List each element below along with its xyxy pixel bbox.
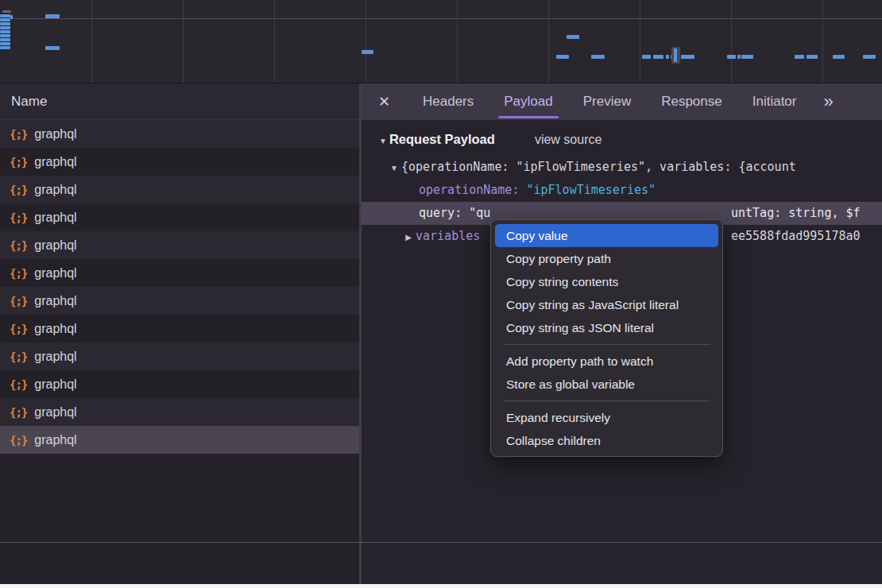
waterfall-request-bar[interactable] xyxy=(0,18,10,21)
expand-icon[interactable]: ▶ xyxy=(401,226,416,248)
column-header-name[interactable]: Name xyxy=(0,83,359,120)
requests-table: Name {;}graphql {;}graphql {;}graphql {;… xyxy=(0,83,359,584)
tab-preview[interactable]: Preview xyxy=(583,83,631,120)
menu-item-collapse-children[interactable]: Collapse children xyxy=(495,429,718,452)
tab-headers[interactable]: Headers xyxy=(423,83,474,120)
menu-item-copy-string-js-literal[interactable]: Copy string as JavaScript literal xyxy=(495,293,718,316)
tree-row-operation-name[interactable]: operationName: "ipFlowTimeseries" xyxy=(362,179,882,202)
menu-item-expand-recursively[interactable]: Expand recursively xyxy=(495,406,718,429)
menu-item-copy-property-path[interactable]: Copy property path xyxy=(495,247,718,270)
waterfall-request-bar[interactable] xyxy=(0,22,10,25)
overview-gridline-vertical xyxy=(366,0,366,83)
waterfall-request-bar[interactable] xyxy=(727,55,736,59)
menu-item-copy-string-contents[interactable]: Copy string contents xyxy=(495,270,718,293)
tab-response[interactable]: Response xyxy=(661,83,722,120)
request-name: graphql xyxy=(34,266,76,280)
json-fetch-icon: {;} xyxy=(10,239,27,252)
json-fetch-icon: {;} xyxy=(10,295,27,308)
waterfall-request-bar[interactable] xyxy=(863,55,876,59)
waterfall-request-bar[interactable] xyxy=(0,30,10,33)
overview-gridline-vertical xyxy=(274,0,275,83)
waterfall-request-bar[interactable] xyxy=(591,55,605,59)
waterfall-request-bar[interactable] xyxy=(833,55,845,59)
json-fetch-icon: {;} xyxy=(10,323,27,335)
waterfall-request-bar[interactable] xyxy=(807,55,818,59)
request-row[interactable]: {;}graphql xyxy=(0,370,359,398)
section-collapse-icon[interactable]: ▼ xyxy=(379,137,387,145)
request-name: graphql xyxy=(34,405,76,420)
overview-gridline-vertical xyxy=(457,0,458,83)
request-row[interactable]: {;}graphql xyxy=(0,259,359,287)
waterfall-request-bar[interactable] xyxy=(0,46,10,49)
request-row[interactable]: {;}graphql xyxy=(0,231,359,259)
waterfall-request-bar[interactable] xyxy=(45,46,60,50)
network-overview-timeline[interactable] xyxy=(0,0,882,83)
json-fetch-icon: {;} xyxy=(10,184,27,196)
request-row[interactable]: {;}graphql xyxy=(0,398,359,426)
overview-gridline-vertical xyxy=(183,0,184,83)
waterfall-request-bar[interactable] xyxy=(642,55,651,59)
waterfall-request-bar[interactable] xyxy=(666,55,669,59)
waterfall-request-bar[interactable] xyxy=(10,15,13,19)
request-row[interactable]: {;}graphql xyxy=(0,342,359,370)
menu-item-add-property-path-to-watch[interactable]: Add property path to watch xyxy=(495,350,718,373)
waterfall-request-bar[interactable] xyxy=(795,55,804,59)
json-fetch-icon: {;} xyxy=(10,434,27,447)
overview-gridline-vertical xyxy=(91,0,92,83)
root-summary-text: {operationName: "ipFlowTimeseries", vari… xyxy=(401,160,796,174)
waterfall-request-bar[interactable] xyxy=(0,14,10,17)
request-row[interactable]: {;}graphql xyxy=(0,120,359,148)
waterfall-request-bar[interactable] xyxy=(556,55,569,59)
request-name: graphql xyxy=(34,377,76,392)
waterfall-request-bar[interactable] xyxy=(0,42,10,45)
request-name: graphql xyxy=(34,294,76,308)
waterfall-request-bar[interactable] xyxy=(653,55,663,59)
expand-icon[interactable]: ▼ xyxy=(387,157,401,179)
property-key: operationName: xyxy=(419,183,526,197)
json-fetch-icon: {;} xyxy=(10,378,27,391)
waterfall-request-bar[interactable] xyxy=(0,26,10,29)
waterfall-request-bar[interactable] xyxy=(0,34,10,37)
request-row[interactable]: {;}graphql xyxy=(0,315,359,342)
request-name: graphql xyxy=(34,127,76,141)
footer-divider xyxy=(0,542,882,543)
request-row[interactable]: {;}graphql xyxy=(0,176,359,203)
view-source-link[interactable]: view source xyxy=(535,133,602,147)
screenshot-bottom-edge xyxy=(0,584,882,588)
overview-gridline-vertical xyxy=(548,0,549,83)
tab-payload[interactable]: Payload xyxy=(504,83,552,120)
tab-initiator[interactable]: Initiator xyxy=(752,83,797,120)
overview-gridline-horizontal xyxy=(0,18,882,19)
waterfall-request-bar[interactable] xyxy=(681,55,694,59)
menu-separator xyxy=(503,400,710,401)
request-row-selected[interactable]: {;}graphql xyxy=(0,426,359,454)
menu-separator xyxy=(503,344,710,345)
request-row[interactable]: {;}graphql xyxy=(0,148,359,176)
close-icon[interactable]: ✕ xyxy=(378,93,393,110)
menu-item-store-as-global-variable[interactable]: Store as global variable xyxy=(495,373,718,396)
variables-value-fragment: ee5588fdad995178a0 xyxy=(731,225,861,248)
menu-item-copy-string-json-literal[interactable]: Copy string as JSON literal xyxy=(495,316,718,339)
waterfall-request-bar[interactable] xyxy=(0,38,10,41)
query-value-fragment: untTag: string, $f xyxy=(731,202,861,225)
waterfall-selected-marker[interactable] xyxy=(671,47,680,64)
waterfall-request-bar[interactable] xyxy=(737,55,741,59)
request-row[interactable]: {;}graphql xyxy=(0,287,359,315)
overview-gridline-vertical xyxy=(640,0,640,83)
waterfall-request-bar[interactable] xyxy=(45,14,60,18)
request-row[interactable]: {;}graphql xyxy=(0,203,359,231)
menu-item-copy-value[interactable]: Copy value xyxy=(495,224,718,247)
waterfall-request-bar[interactable] xyxy=(567,35,579,39)
property-key: variables xyxy=(416,229,480,243)
request-name: graphql xyxy=(34,433,76,447)
waterfall-request-bar[interactable] xyxy=(362,50,373,54)
json-fetch-icon: {;} xyxy=(10,406,27,419)
json-fetch-icon: {;} xyxy=(10,350,27,363)
waterfall-request-bar[interactable] xyxy=(2,10,11,13)
request-name: graphql xyxy=(34,350,76,364)
overflow-tabs-icon[interactable]: » xyxy=(823,91,831,112)
tree-row-root[interactable]: ▼{operationName: "ipFlowTimeseries", var… xyxy=(362,156,882,179)
overview-gridline-vertical xyxy=(731,0,732,83)
waterfall-request-bar[interactable] xyxy=(741,55,753,59)
request-name: graphql xyxy=(34,155,76,169)
